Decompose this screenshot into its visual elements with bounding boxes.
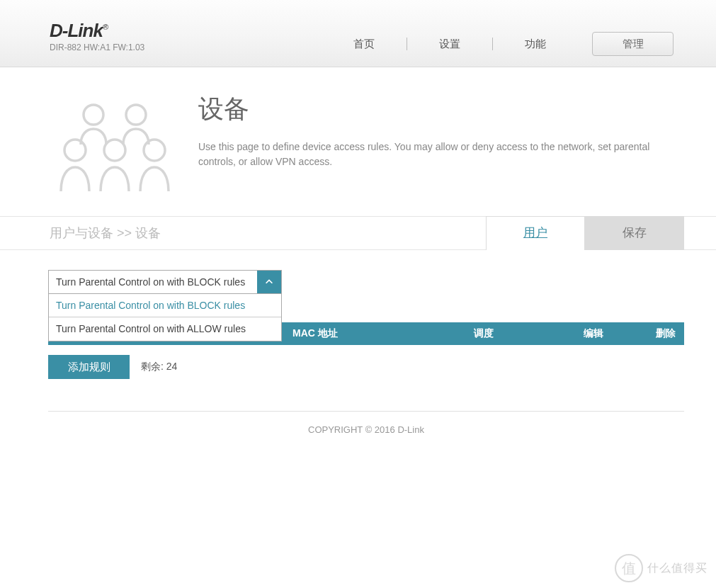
add-rule-button[interactable]: 添加规则 [48, 355, 130, 379]
col-edit: 编辑 [540, 327, 647, 340]
page-description: Use this page to define device access ru… [198, 140, 652, 169]
watermark-icon: 值 [615, 554, 643, 582]
hero-section: 设备 Use this page to define device access… [0, 67, 716, 216]
content-area: Turn Parental Control on with BLOCK rule… [0, 250, 716, 379]
brand-model: DIR-882 HW:A1 FW:1.03 [50, 43, 144, 52]
dropdown-option[interactable]: Turn Parental Control on with ALLOW rule… [49, 317, 281, 341]
watermark-text: 什么值得买 [647, 561, 708, 576]
top-nav: D-Link DIR-882 HW:A1 FW:1.03 首页 设置 功能 管理 [0, 0, 716, 67]
brand-block: D-Link DIR-882 HW:A1 FW:1.03 [50, 21, 144, 52]
brand-logo: D-Link [50, 21, 144, 40]
nav-settings[interactable]: 设置 [407, 38, 492, 51]
svg-point-2 [64, 140, 86, 161]
dropdown-selected-label: Turn Parental Control on with BLOCK rule… [49, 271, 257, 293]
actions-row: 添加规则 剩余: 24 [48, 355, 684, 379]
chevron-up-icon[interactable] [257, 271, 281, 293]
nav-menu: 首页 设置 功能 管理 [322, 32, 674, 56]
save-button[interactable]: 保存 [585, 216, 684, 250]
parental-control-dropdown[interactable]: Turn Parental Control on with BLOCK rule… [48, 270, 282, 294]
users-illustration-icon [50, 85, 184, 198]
breadcrumb: 用户与设备 >> 设备 [50, 225, 486, 242]
dropdown-option[interactable]: Turn Parental Control on with BLOCK rule… [49, 294, 281, 317]
remaining-count: 剩余: 24 [141, 361, 177, 373]
svg-point-0 [84, 105, 103, 125]
nav-manage-button[interactable]: 管理 [592, 32, 674, 56]
hero-text: 设备 Use this page to define device access… [184, 85, 652, 198]
tab-user[interactable]: 用户 [486, 216, 585, 250]
svg-point-4 [144, 140, 165, 161]
svg-point-3 [104, 140, 125, 161]
col-delete: 删除 [647, 327, 684, 340]
col-schedule: 调度 [427, 327, 540, 340]
breadcrumb-row: 用户与设备 >> 设备 用户 保存 [0, 216, 716, 250]
watermark: 值 什么值得买 [615, 554, 708, 582]
nav-features[interactable]: 功能 [493, 38, 578, 51]
svg-point-1 [126, 105, 146, 125]
nav-home[interactable]: 首页 [322, 38, 407, 51]
page-title: 设备 [198, 92, 652, 127]
footer-copyright: COPYRIGHT © 2016 D-Link [48, 411, 684, 435]
col-mac: MAC 地址 [292, 327, 427, 340]
dropdown-selected[interactable]: Turn Parental Control on with BLOCK rule… [48, 270, 282, 294]
dropdown-list: Turn Parental Control on with BLOCK rule… [48, 293, 282, 341]
